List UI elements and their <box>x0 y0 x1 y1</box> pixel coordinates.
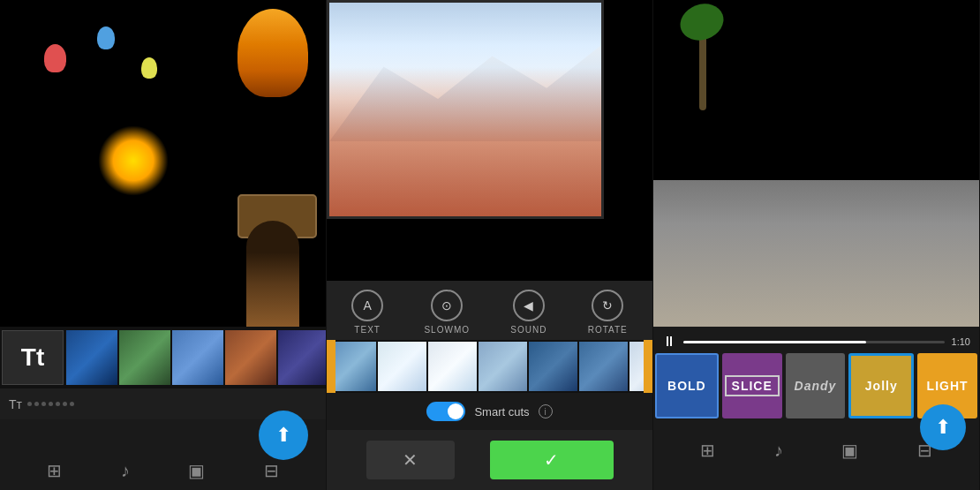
cancel-icon: ✕ <box>403 449 418 471</box>
tool-sound[interactable]: ◀ SOUND <box>510 290 547 335</box>
p3-nav-music[interactable]: ♪ <box>774 441 783 461</box>
theme-slice[interactable]: SLICE <box>722 353 782 418</box>
panel3-progress-bar-row: ⏸ 1:10 <box>653 327 979 350</box>
theme-slice-label: SLICE <box>725 375 780 396</box>
dot-6 <box>63 402 67 406</box>
text-icon: A <box>363 298 371 313</box>
theme-bold[interactable]: BOLD <box>655 353 719 418</box>
p3-music-icon: ♪ <box>774 441 783 461</box>
balloon-large <box>237 9 308 97</box>
panel-3-theme-selector: ⏸ 1:10 BOLD SLICE Dandy Jolly LIGHT <box>653 0 980 490</box>
text-tool-label: TEXT <box>354 325 381 335</box>
dot-3 <box>41 402 46 406</box>
panel2-action-row: ✕ ✓ <box>327 430 652 490</box>
p3-add-icon: ⊞ <box>700 440 715 461</box>
panel1-fab-button[interactable]: ⬆ <box>259 411 308 460</box>
theme-dandy[interactable]: Dandy <box>786 353 846 418</box>
p2-filmstrip-thumb-1[interactable] <box>328 342 376 391</box>
p2-filmstrip-thumb-2[interactable] <box>378 342 426 391</box>
dots-indicator <box>27 402 74 406</box>
p3-film-icon: ▣ <box>841 440 858 461</box>
nav-music[interactable]: ♪ <box>121 461 130 481</box>
palm-trunk <box>699 31 706 110</box>
time-label: 1:10 <box>952 336 970 347</box>
p2-filmstrip-thumb-3[interactable] <box>428 342 477 391</box>
toggle-knob <box>448 403 464 419</box>
panel1-filmstrip[interactable]: Tt <box>0 327 326 388</box>
rotate-tool-label: ROTATE <box>588 325 628 335</box>
text-small-icon: Tт <box>9 397 22 411</box>
filmstrip-thumb-2[interactable] <box>119 330 170 385</box>
add-icon: ⊞ <box>47 460 62 481</box>
cancel-button[interactable]: ✕ <box>366 441 455 479</box>
snow-figures <box>329 67 601 216</box>
nav-film[interactable]: ▣ <box>188 460 205 481</box>
progress-bar-background[interactable] <box>683 341 945 343</box>
panel2-filmstrip[interactable] <box>327 340 652 393</box>
film-icon: ▣ <box>188 460 205 481</box>
panel-2-smart-cuts: A TEXT ⊙ SLOWMO ◀ SOUND ↻ ROTATE <box>327 0 653 490</box>
p2-filmstrip-thumb-5[interactable] <box>529 342 577 391</box>
tool-rotate[interactable]: ↻ ROTATE <box>588 290 628 335</box>
panel-1-text-editor: Tt Tт <box>0 0 327 490</box>
panel2-bottom-bar: A TEXT ⊙ SLOWMO ◀ SOUND ↻ ROTATE <box>327 281 652 490</box>
text-tool-icon: Tt <box>21 343 44 372</box>
balloon-small-3 <box>141 57 157 79</box>
panel2-toolbar: A TEXT ⊙ SLOWMO ◀ SOUND ↻ ROTATE <box>327 281 652 340</box>
settings-icon: ⊟ <box>264 460 279 481</box>
confirm-icon: ✓ <box>544 449 559 471</box>
dot-7 <box>70 402 74 406</box>
filmstrip-thumb-3[interactable] <box>172 330 223 385</box>
snow-photo-frame <box>327 0 604 219</box>
tool-slowmo[interactable]: ⊙ SLOWMO <box>424 290 470 335</box>
theme-jolly-label: Jolly <box>865 379 898 393</box>
confirm-button[interactable]: ✓ <box>490 441 614 479</box>
sound-icon: ◀ <box>524 298 533 313</box>
filmstrip-thumb-5[interactable] <box>278 330 326 385</box>
text-tool-button[interactable]: Tt <box>2 330 64 385</box>
panel1-bottom-bar: Tt Tт <box>0 327 326 490</box>
dot-2 <box>34 402 39 406</box>
nav-add[interactable]: ⊞ <box>47 460 62 481</box>
filmstrip-thumb-1[interactable] <box>66 330 117 385</box>
road-surface <box>653 180 979 328</box>
smart-cuts-label: Smart cuts <box>474 405 529 418</box>
smart-cuts-row: Smart cuts i <box>327 393 652 430</box>
palm-tree <box>689 4 715 110</box>
tool-text[interactable]: A TEXT <box>351 290 383 335</box>
smart-cuts-toggle[interactable] <box>426 402 465 421</box>
dot-5 <box>56 402 60 406</box>
sound-icon-circle: ◀ <box>513 290 545 321</box>
pause-button[interactable]: ⏸ <box>662 334 676 350</box>
panel3-photo-area <box>653 0 979 327</box>
panel1-action-row: ⬆ <box>0 419 326 451</box>
info-icon[interactable]: i <box>539 404 553 418</box>
sound-tool-label: SOUND <box>510 325 547 335</box>
theme-dandy-label: Dandy <box>795 379 837 393</box>
p2-filmstrip-thumb-7[interactable] <box>629 342 652 391</box>
sun-glow <box>98 125 169 196</box>
slowmo-icon-circle: ⊙ <box>431 290 463 321</box>
p3-nav-film[interactable]: ▣ <box>841 440 858 461</box>
slowmo-tool-label: SLOWMO <box>424 325 470 335</box>
dot-4 <box>49 402 53 406</box>
balloon-small-2 <box>97 26 115 49</box>
theme-bold-label: BOLD <box>667 379 706 393</box>
dot-1 <box>27 402 32 406</box>
filmstrip-thumb-4[interactable] <box>225 330 276 385</box>
p2-filmstrip-thumb-4[interactable] <box>479 342 527 391</box>
panel3-action-row: ⬆ <box>653 422 979 433</box>
balloon-small-1 <box>44 44 66 72</box>
text-tool-circle-icon: A <box>351 290 383 321</box>
palm-frond <box>675 0 729 46</box>
progress-bar-fill <box>683 341 866 343</box>
p3-nav-add[interactable]: ⊞ <box>700 440 715 461</box>
nav-settings[interactable]: ⊟ <box>264 460 279 481</box>
panel3-fab-button[interactable]: ⬆ <box>920 404 966 450</box>
panel3-bottom-bar: ⏸ 1:10 BOLD SLICE Dandy Jolly LIGHT <box>653 327 979 490</box>
upload-icon: ⬆ <box>275 424 291 447</box>
theme-jolly[interactable]: Jolly <box>848 353 914 418</box>
p2-filmstrip-thumb-6[interactable] <box>579 342 628 391</box>
rotate-icon: ↻ <box>602 298 613 313</box>
share-icon: ⬆ <box>935 416 951 439</box>
